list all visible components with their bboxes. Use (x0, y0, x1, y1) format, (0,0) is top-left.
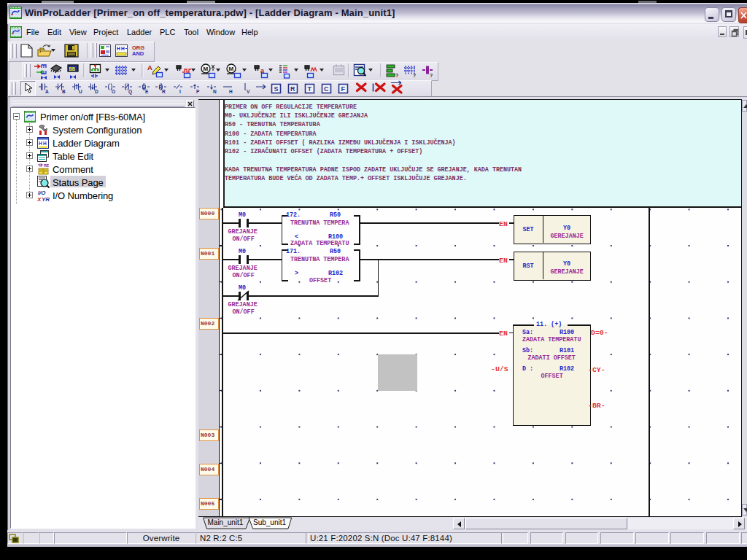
svg-text:M: M (204, 66, 209, 72)
svg-text:A: A (45, 89, 49, 94)
svg-text:A: A (147, 63, 152, 71)
svg-text:U: U (79, 89, 82, 94)
svg-text:D: D (95, 89, 98, 94)
svg-text:?: ? (395, 73, 398, 78)
svg-text:V: V (247, 89, 250, 94)
svg-text:BB: BB (69, 66, 76, 72)
svg-text:H: H (229, 89, 233, 94)
svg-text:E: E (145, 89, 149, 94)
svg-text:?: ? (430, 73, 433, 78)
svg-text:F: F (341, 85, 346, 93)
svg-text:I: I (179, 89, 181, 94)
svg-text:C: C (324, 85, 329, 93)
svg-text:N: N (213, 89, 217, 94)
svg-text:?: ? (413, 73, 416, 78)
svg-text:P: P (196, 89, 200, 94)
svg-text:Q: Q (128, 89, 132, 95)
svg-text:M: M (229, 66, 234, 72)
svg-text:R: R (162, 89, 166, 94)
svg-text:T: T (308, 85, 312, 93)
svg-text:B: B (62, 89, 66, 94)
svg-text:AND: AND (132, 50, 144, 57)
svg-text:RET: RET (44, 163, 49, 168)
svg-text:R: R (290, 85, 295, 93)
svg-text:YR: YR (42, 196, 50, 203)
svg-text:S: S (274, 85, 279, 93)
svg-text:O: O (112, 89, 115, 94)
